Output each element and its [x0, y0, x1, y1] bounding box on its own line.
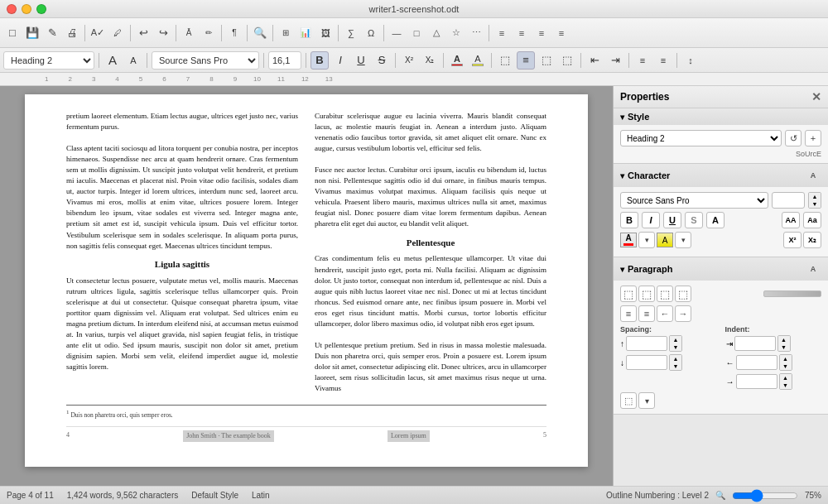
chart-icon[interactable]: 📊 — [296, 24, 315, 42]
indent-right-input[interactable]: 0,00 cm — [736, 374, 777, 389]
para-extra-btn2[interactable]: ▾ — [638, 392, 655, 409]
table-icon[interactable]: ⊞ — [277, 24, 295, 42]
more-icon[interactable]: ⋯ — [467, 24, 485, 42]
print-icon[interactable]: 🖨 — [63, 24, 81, 42]
font-color-button[interactable]: A — [448, 51, 466, 70]
font-size-panel-input[interactable]: 16,1 — [772, 192, 805, 209]
spacing-below-input[interactable]: 0,40 cm — [626, 355, 667, 370]
superscript-button[interactable]: X² — [400, 51, 418, 70]
style-section-header[interactable]: ▾ Style — [614, 108, 828, 125]
char-shadow-button[interactable]: S — [685, 212, 703, 228]
subscript-panel-btn[interactable]: X₂ — [803, 232, 821, 248]
bold-button[interactable]: B — [310, 51, 329, 70]
font-size-input[interactable] — [268, 51, 301, 70]
paragraph-style-select[interactable]: Heading 2 — [3, 51, 94, 70]
para-align-center-btn[interactable]: ⬚ — [638, 286, 655, 302]
document-page[interactable]: pretium laoreet elementum. Etiam lectus … — [25, 94, 588, 467]
close-button[interactable] — [7, 4, 17, 14]
align-right-btn[interactable]: ⬚ — [537, 51, 556, 70]
font-size-up-icon[interactable]: A — [104, 51, 122, 70]
find-icon[interactable]: 🔍 — [251, 24, 269, 42]
char-aa2-button[interactable]: Aa — [803, 212, 821, 228]
style-reset-icon[interactable]: ↺ — [785, 130, 802, 146]
indent-left-input[interactable]: 0,00 cm — [736, 355, 777, 370]
indent-first-up[interactable]: ▲ — [778, 336, 790, 343]
bullet-list-btn[interactable]: ≡ — [620, 305, 637, 322]
box-icon[interactable]: □ — [407, 24, 426, 42]
align-center-icon[interactable]: ≡ — [513, 24, 531, 42]
autospell-icon[interactable]: 🖊 — [108, 24, 127, 42]
para-align-left-btn[interactable]: ⬚ — [620, 286, 637, 302]
highlight-panel-btn[interactable]: A — [657, 233, 673, 247]
spell-icon[interactable]: A✓ — [89, 24, 107, 42]
spacing-above-input[interactable]: 1,00 cm — [626, 336, 667, 351]
properties-close-button[interactable]: ✕ — [811, 90, 821, 103]
para-slider[interactable] — [763, 290, 821, 297]
align-left-btn[interactable]: ⬚ — [496, 51, 514, 70]
indent-more-btn[interactable]: ⇥ — [606, 51, 624, 70]
paragraph-options-icon[interactable]: A — [805, 261, 821, 277]
star-icon[interactable]: ☆ — [447, 24, 465, 42]
font-family-select[interactable]: Source Sans Pro — [152, 51, 259, 70]
zoom-slider[interactable] — [732, 489, 798, 502]
font-size-down-button[interactable]: ▼ — [809, 200, 821, 208]
align-left-icon[interactable]: ≡ — [493, 24, 511, 42]
indent-first-input[interactable]: 0,00 cm — [734, 336, 776, 351]
underline-button[interactable]: U — [352, 51, 370, 70]
italic-button[interactable]: I — [331, 51, 349, 70]
spacing-below-up[interactable]: ▲ — [670, 355, 681, 362]
indent-less-btn[interactable]: ⇤ — [585, 51, 604, 70]
new-icon[interactable]: □ — [3, 24, 22, 42]
triangle-icon[interactable]: △ — [427, 24, 445, 42]
character-section-header[interactable]: ▾ Character A — [614, 164, 828, 187]
chars-icon[interactable]: ✏ — [200, 24, 218, 42]
indent-first-down[interactable]: ▼ — [778, 343, 790, 351]
align-center-btn[interactable]: ≡ — [517, 51, 535, 70]
highlight-button[interactable]: A — [469, 51, 487, 70]
font-size-up-button[interactable]: ▲ — [809, 193, 821, 200]
paragraph-section-header[interactable]: ▾ Paragraph A — [614, 257, 828, 281]
font-family-select-panel[interactable]: Source Sans Pro — [620, 192, 768, 209]
number-list-btn[interactable]: ≡ — [638, 305, 655, 322]
para-align-right-btn[interactable]: ⬚ — [657, 286, 673, 302]
align-justify-btn[interactable]: ⬚ — [558, 51, 576, 70]
font-color-panel-btn[interactable]: A — [620, 233, 637, 247]
undo-icon[interactable]: ↩ — [134, 24, 152, 42]
indent-right-up[interactable]: ▲ — [780, 374, 792, 382]
nonprint-icon[interactable]: ¶ — [225, 24, 243, 42]
char-italic-button[interactable]: I — [642, 212, 660, 228]
align-right-icon[interactable]: ≡ — [532, 24, 551, 42]
superscript-panel-btn[interactable]: X² — [783, 232, 802, 248]
char-options-icon[interactable]: A — [805, 167, 821, 184]
spacing-above-up[interactable]: ▲ — [670, 336, 681, 343]
para-align-justify-btn[interactable]: ⬚ — [675, 286, 691, 302]
list-bullet-btn[interactable]: ≡ — [633, 51, 652, 70]
spacing-above-down[interactable]: ▼ — [670, 343, 681, 351]
indent-less-para-btn[interactable]: ← — [657, 305, 673, 322]
image-icon[interactable]: 🖼 — [316, 24, 335, 42]
char-strikethrough-button[interactable]: A — [706, 212, 724, 228]
indent-left-up[interactable]: ▲ — [780, 355, 792, 362]
char-aa-button[interactable]: AA — [782, 212, 800, 228]
redo-icon[interactable]: ↪ — [154, 24, 172, 42]
subscript-button[interactable]: X₂ — [421, 51, 439, 70]
edit-icon[interactable]: ✎ — [43, 24, 61, 42]
char-underline-button[interactable]: U — [663, 212, 681, 228]
char-bold-button[interactable]: B — [620, 212, 638, 228]
font-color-dropdown[interactable]: ▾ — [638, 232, 655, 248]
indent-left-down[interactable]: ▼ — [780, 362, 792, 370]
formula-icon[interactable]: ∑ — [342, 24, 360, 42]
special-char-icon[interactable]: Ω — [362, 24, 380, 42]
style-new-icon[interactable]: + — [805, 130, 821, 146]
styles-icon[interactable]: Ā — [180, 24, 198, 42]
line-icon[interactable]: — — [388, 24, 406, 42]
list-number-btn[interactable]: ≡ — [654, 51, 672, 70]
line-spacing-btn[interactable]: ↕ — [681, 51, 700, 70]
spacing-below-down[interactable]: ▼ — [670, 362, 681, 370]
style-select[interactable]: Heading 2 — [620, 130, 782, 146]
font-size-down-icon[interactable]: A — [124, 51, 142, 70]
indent-more-para-btn[interactable]: → — [675, 305, 691, 322]
strikethrough-button[interactable]: S — [373, 51, 391, 70]
indent-right-down[interactable]: ▼ — [780, 382, 792, 389]
align-justify-icon[interactable]: ≡ — [552, 24, 570, 42]
